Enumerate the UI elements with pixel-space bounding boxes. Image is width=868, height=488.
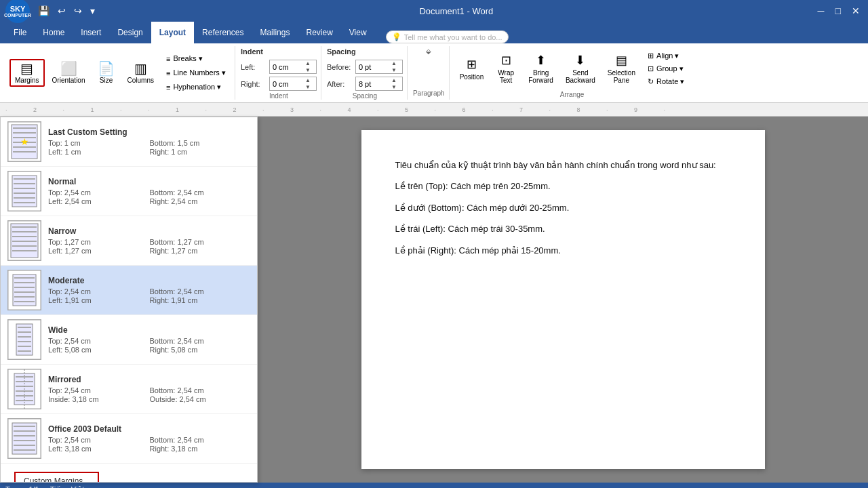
spacing-before-input[interactable]: ▲ ▼ — [355, 60, 403, 74]
send-backward-button[interactable]: ⬇ Send Backward — [561, 51, 600, 86]
svg-rect-11 — [14, 178, 35, 180]
svg-rect-35 — [18, 327, 31, 328]
margin-item-last-custom[interactable]: ★Last Custom SettingTop: 1 cmBottom: 1,5… — [1, 117, 257, 167]
wrap-text-icon: ⊡ — [501, 53, 511, 68]
columns-icon: ▥ — [134, 62, 147, 75]
spacing-before-row: Before: ▲ ▼ — [327, 60, 403, 74]
svg-rect-15 — [14, 197, 35, 199]
tab-review[interactable]: Review — [298, 22, 340, 43]
arrange-right-buttons: ⊞ Align ▾ ⊡ Group ▾ ↻ Rotate ▾ — [643, 50, 689, 87]
hyphenation-button[interactable]: ≡ Hyphenation ▾ — [161, 81, 231, 94]
document-text: Tiêu chuẩn của kỹ thuật trình bày văn bả… — [395, 157, 731, 258]
save-button[interactable]: 💾 — [35, 4, 52, 18]
close-button[interactable]: ✕ — [849, 4, 863, 18]
svg-rect-14 — [14, 192, 35, 194]
custom-margins-button[interactable]: Custom Margins... — [14, 472, 99, 483]
breaks-button[interactable]: ≡ Breaks ▾ — [161, 52, 231, 65]
tab-home[interactable]: Home — [35, 22, 73, 43]
svg-rect-30 — [14, 291, 35, 293]
spacing-after-row: After: ▲ ▼ — [327, 77, 403, 91]
page-setup-group: ▤ Margins ⬜ Orientation 📄 Size ▥ Columns… — [5, 46, 235, 100]
page-setup-buttons: ▤ Margins ⬜ Orientation 📄 Size ▥ Columns… — [9, 47, 231, 98]
margin-item-mirrored[interactable]: MirroredTop: 2,54 cmBottom: 2,54 cmInsid… — [1, 365, 257, 414]
tab-mailings[interactable]: Mailings — [252, 22, 298, 43]
svg-rect-36 — [18, 331, 31, 333]
margin-item-normal[interactable]: NormalTop: 2,54 cmBottom: 2,54 cmLeft: 2… — [1, 167, 257, 216]
maximize-button[interactable]: □ — [833, 4, 844, 18]
paragraph-dialog-launcher[interactable]: ⬙ — [426, 47, 431, 55]
tab-references[interactable]: References — [194, 22, 252, 43]
customize-button[interactable]: ▾ — [87, 4, 98, 18]
ruler: · 2 · 1 · · 1 · 2 · 3 · 4 · 5 · 6 · 7 · … — [0, 103, 868, 117]
selection-pane-button[interactable]: ▤ Selection Pane — [603, 51, 640, 86]
indent-left-down[interactable]: ▼ — [304, 67, 312, 74]
bring-forward-icon: ⬆ — [536, 53, 546, 68]
position-icon: ⊞ — [467, 57, 477, 72]
orientation-icon: ⬜ — [60, 62, 77, 75]
margin-item-office2003[interactable]: Office 2003 DefaultTop: 2,54 cmBottom: 2… — [1, 414, 257, 464]
margin-thumb-last-custom: ★ — [7, 121, 41, 162]
indent-right-input[interactable]: ▲ ▼ — [269, 77, 317, 91]
tell-me-area: 💡 Tell me what you want to do... — [375, 30, 863, 43]
tab-insert[interactable]: Insert — [73, 22, 109, 43]
indent-right-down[interactable]: ▼ — [304, 84, 312, 91]
title-bar: SKY COMPUTER 💾 ↩ ↪ ▾ Document1 - Word ─ … — [0, 0, 868, 22]
margins-button[interactable]: ▤ Margins — [9, 59, 45, 87]
paragraph-group: ⬙ Paragraph — [409, 46, 450, 100]
bring-forward-button[interactable]: ⬆ Bring Forward — [524, 51, 558, 86]
size-button[interactable]: 📄 Size — [93, 60, 120, 86]
wrap-text-button[interactable]: ⊡ Wrap Text — [491, 51, 521, 86]
indent-content: Indent Left: ▲ ▼ Right: ▲ ▼ — [241, 47, 317, 91]
doc-paragraph-2: Lề dưới (Bottom): Cách mép dưới 20-25mm. — [395, 200, 731, 216]
group-button[interactable]: ⊡ Group ▾ — [643, 63, 689, 75]
position-button[interactable]: ⊞ Position — [455, 55, 489, 83]
tab-file[interactable]: File — [5, 22, 35, 43]
rotate-button[interactable]: ↻ Rotate ▾ — [643, 76, 689, 87]
spacing-after-down[interactable]: ▼ — [390, 84, 398, 91]
svg-rect-13 — [14, 188, 35, 189]
page-count: Trang: 1/1 — [5, 485, 39, 488]
document-area[interactable]: suachuamaytinhdanang.com Tiêu chuẩn của … — [258, 117, 868, 483]
indent-right-row: Right: ▲ ▼ — [241, 77, 317, 91]
tab-design[interactable]: Design — [109, 22, 151, 43]
tell-me-input[interactable]: 💡 Tell me what you want to do... — [386, 30, 509, 43]
title-bar-left: SKY COMPUTER 💾 ↩ ↪ ▾ — [5, 0, 98, 23]
margin-item-moderate[interactable]: ModerateTop: 2,54 cmBottom: 2,54 cmLeft:… — [1, 266, 257, 315]
margin-item-wide[interactable]: WideTop: 2,54 cmBottom: 2,54 cmLeft: 5,0… — [1, 315, 257, 365]
minimize-button[interactable]: ─ — [815, 4, 827, 18]
main-area: ★Last Custom SettingTop: 1 cmBottom: 1,5… — [0, 117, 868, 483]
redo-button[interactable]: ↪ — [71, 4, 85, 18]
indent-left-up[interactable]: ▲ — [304, 60, 312, 67]
svg-rect-3 — [13, 132, 36, 134]
group-icon: ⊡ — [648, 64, 654, 73]
margin-info-moderate: ModerateTop: 2,54 cmBottom: 2,54 cmLeft:… — [48, 276, 250, 304]
margin-thumb-mirrored — [7, 369, 41, 409]
size-icon: 📄 — [98, 62, 115, 75]
doc-paragraph-1: Lề trên (Top): Cách mép trên 20-25mm. — [395, 178, 731, 194]
margin-item-narrow[interactable]: NarrowTop: 1,27 cmBottom: 1,27 cmLeft: 1… — [1, 216, 257, 266]
align-button[interactable]: ⊞ Align ▾ — [643, 50, 689, 62]
columns-button[interactable]: ▥ Columns — [123, 60, 159, 86]
undo-button[interactable]: ↩ — [55, 4, 68, 18]
svg-rect-57 — [14, 449, 35, 451]
margin-info-office2003: Office 2003 DefaultTop: 2,54 cmBottom: 2… — [48, 424, 250, 453]
doc-paragraph-3: Lề trái (Left): Cách mép trái 30-35mm. — [395, 221, 731, 237]
svg-text:★: ★ — [20, 136, 29, 147]
svg-rect-38 — [18, 341, 31, 342]
tab-view[interactable]: View — [341, 22, 375, 43]
spacing-before-down[interactable]: ▼ — [390, 67, 398, 74]
svg-rect-16 — [14, 202, 35, 203]
spacing-before-up[interactable]: ▲ — [390, 60, 398, 67]
line-numbers-button[interactable]: ≡ Line Numbers ▾ — [161, 66, 231, 79]
svg-rect-40 — [18, 350, 31, 352]
indent-right-up[interactable]: ▲ — [304, 77, 312, 84]
spacing-after-input[interactable]: ▲ ▼ — [355, 77, 403, 91]
indent-left-input[interactable]: ▲ ▼ — [269, 60, 317, 74]
margin-thumb-normal — [7, 171, 41, 211]
tab-layout[interactable]: Layout — [151, 22, 194, 43]
svg-rect-37 — [18, 336, 31, 338]
spacing-after-up[interactable]: ▲ — [390, 77, 398, 84]
orientation-button[interactable]: ⬜ Orientation — [47, 60, 90, 86]
ribbon-tabs: File Home Insert Design Layout Reference… — [0, 22, 868, 43]
svg-rect-43 — [16, 376, 33, 378]
